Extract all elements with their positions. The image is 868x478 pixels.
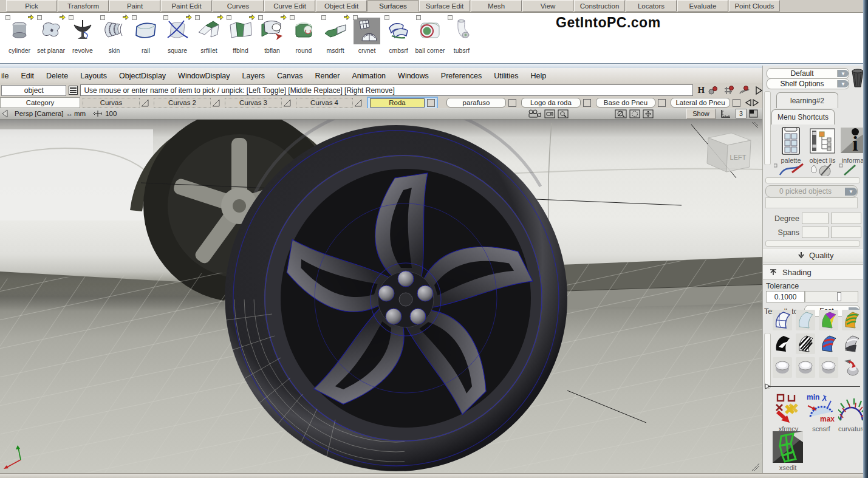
tab-curves[interactable]: Curves — [213, 0, 264, 12]
shelf-set-select[interactable]: Default ▼ — [767, 68, 849, 79]
viewport-header[interactable]: Persp [Camera] ↔ mm 100 Show 3 — [0, 108, 762, 120]
tab-paint-edit[interactable]: Paint Edit — [161, 0, 212, 12]
tab-menu-shortcuts[interactable]: Menu Shortcuts — [771, 109, 835, 125]
layer-checkbox[interactable] — [583, 99, 591, 107]
menu-delete[interactable]: Delete — [40, 72, 74, 80]
layer-base-do-pneu[interactable]: Base do Pneu — [596, 98, 655, 108]
layer-logo-da-roda[interactable]: Logo da roda — [521, 98, 581, 108]
tab-curve-edit[interactable]: Curve Edit — [264, 0, 315, 12]
diagnostic-shade-1-button[interactable] — [773, 357, 792, 378]
curvature-tool[interactable]: curvature — [838, 392, 866, 432]
tool-checkbox[interactable] — [227, 15, 231, 20]
prompt-expand-icon[interactable] — [755, 86, 762, 95]
tool-ball-corner[interactable]: ball corner — [414, 14, 446, 61]
shade-zebra-button[interactable] — [796, 333, 815, 354]
menu-objectdisplay[interactable]: ObjectDisplay — [113, 72, 172, 80]
menu-preferences[interactable]: Preferences — [435, 72, 488, 80]
tab-surfaces[interactable]: Surfaces — [367, 0, 419, 12]
camera-view-icon[interactable] — [544, 109, 555, 118]
tool-ffblnd[interactable]: ffblnd — [225, 14, 256, 61]
tool-checkbox[interactable] — [416, 15, 421, 20]
menu-utilities[interactable]: Utilities — [488, 72, 524, 80]
tolerance-slider[interactable] — [805, 291, 858, 302]
layer-lateral-do-pneu[interactable]: Lateral do Pneu — [671, 98, 730, 108]
tolerance-input[interactable]: 0.1000 — [766, 291, 805, 302]
tab-locators[interactable]: Locators — [626, 0, 677, 12]
snap-to-point-icon[interactable] — [708, 86, 719, 95]
tab-surface-edit[interactable]: Surface Edit — [419, 0, 470, 12]
construction-history-icon[interactable]: H — [697, 85, 705, 95]
units-toggle-icon[interactable]: ↔ — [66, 110, 72, 117]
xsedit-tool[interactable]: xsedit — [773, 431, 803, 471]
tool-checkbox[interactable] — [100, 15, 105, 20]
tool-square[interactable]: square — [162, 14, 193, 61]
palette-window-tool[interactable]: palette — [777, 126, 804, 164]
quality-section-header[interactable]: Quality — [763, 248, 864, 262]
scnsrf-tool[interactable]: min max scnsrf — [805, 392, 837, 432]
layer-checkbox[interactable] — [658, 99, 666, 107]
show-button[interactable]: Show — [686, 109, 716, 119]
tool-cmbsrf[interactable]: cmbsrf — [383, 14, 414, 61]
tab-point-clouds[interactable]: Point Clouds — [729, 0, 780, 12]
object-lister-tool[interactable]: object lis — [809, 126, 836, 164]
tool-checkbox[interactable] — [384, 15, 389, 20]
shade-wireframe-button[interactable] — [773, 310, 792, 330]
assign-shader-button[interactable] — [842, 357, 861, 378]
viewport-corner-icon[interactable] — [1, 109, 9, 118]
menu-help[interactable]: Help — [525, 72, 553, 80]
tab-paint[interactable]: Paint — [109, 0, 160, 12]
divider-handle-icon[interactable] — [764, 383, 771, 390]
layer-parafuso[interactable]: parafuso — [446, 98, 506, 108]
layer-scroll-left-icon[interactable] — [745, 99, 751, 106]
tool-skin[interactable]: skin — [98, 14, 130, 61]
layer-curvas3[interactable]: Curvas 3 — [225, 98, 282, 108]
menu-render[interactable]: Render — [309, 72, 346, 80]
movie-camera-icon[interactable] — [527, 109, 542, 118]
diagnostic-shade-2-button[interactable] — [796, 357, 815, 378]
tool-checkbox[interactable] — [37, 15, 42, 20]
prompt-history-icon[interactable] — [69, 86, 78, 95]
layer-roda[interactable]: Roda — [370, 98, 425, 108]
shelf-scrollbar[interactable] — [764, 91, 771, 165]
tool-checkbox[interactable] — [290, 15, 295, 20]
tool-srfillet[interactable]: srfillet — [193, 14, 225, 61]
precision-ruler-icon[interactable] — [720, 109, 732, 118]
menu-layers[interactable]: Layers — [236, 72, 272, 80]
layer-symmetry-icon[interactable] — [283, 99, 291, 107]
tool-tbflan[interactable]: tbflan — [256, 14, 288, 61]
look-at-icon[interactable] — [629, 109, 640, 118]
layer-category-button[interactable]: Category — [0, 97, 80, 108]
pan-icon[interactable] — [643, 109, 654, 118]
diagnostic-shade-3-button[interactable] — [819, 357, 838, 378]
slider-thumb[interactable] — [837, 292, 841, 301]
window-layout-icon[interactable] — [749, 109, 758, 118]
tool-checkbox[interactable] — [5, 15, 10, 20]
shade-chrome-button[interactable] — [842, 333, 861, 354]
tab-mesh[interactable]: Mesh — [471, 0, 522, 12]
layer-checkbox[interactable] — [508, 99, 516, 107]
xfrmcv-tool[interactable]: xfrmcv — [773, 392, 804, 432]
degree-input-2[interactable] — [831, 213, 861, 224]
shade-blue-red-button[interactable] — [819, 333, 838, 354]
perspective-viewport[interactable]: LEFT — [0, 120, 762, 473]
spans-input-2[interactable] — [831, 227, 861, 238]
camera-label[interactable]: Persp [Camera] — [15, 110, 64, 117]
view-cube[interactable]: LEFT — [707, 133, 751, 172]
shelf-options-select[interactable]: Shelf Options ▼ — [767, 78, 849, 89]
tool-crvnet[interactable]: crvnet — [351, 14, 383, 61]
information-tool[interactable]: i informa — [841, 126, 865, 164]
snap-to-curve-icon[interactable] — [738, 86, 750, 95]
spans-input-1[interactable] — [802, 227, 829, 238]
shading-scrollbar[interactable] — [764, 333, 771, 389]
tab-transform[interactable]: Transform — [58, 0, 109, 12]
tab-view[interactable]: View — [522, 0, 573, 12]
menu-windowdisplay[interactable]: WindowDisplay — [172, 72, 236, 80]
shading-section-header[interactable]: Shading — [763, 264, 864, 280]
panel-scrollbar[interactable] — [765, 241, 860, 247]
layer-symmetry-icon[interactable] — [141, 99, 149, 107]
menu-file[interactable]: ile — [0, 72, 15, 80]
menu-windows[interactable]: Windows — [392, 72, 435, 80]
menu-canvas[interactable]: Canvas — [271, 72, 309, 80]
tab-pick[interactable]: Pick — [6, 0, 57, 12]
chevron-down-icon[interactable]: ▼ — [837, 70, 849, 77]
